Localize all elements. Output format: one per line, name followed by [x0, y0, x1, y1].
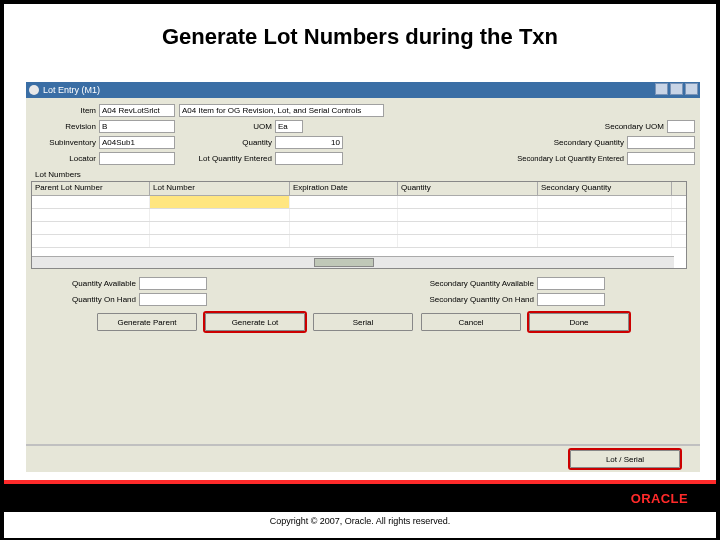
- lot-entry-window: Lot Entry (M1) Item A04 RevLotSrlct A04 …: [26, 82, 700, 472]
- sec-uom-label: Secondary UOM: [537, 122, 667, 131]
- done-button[interactable]: Done: [529, 313, 629, 331]
- col-exp-date[interactable]: Expiration Date: [290, 182, 398, 195]
- table-row[interactable]: [32, 222, 686, 235]
- sec-qty-avail-field: [537, 277, 605, 290]
- oracle-logo: ORACLE: [631, 491, 688, 506]
- qty-avail-label: Quantity Available: [31, 279, 139, 288]
- slide-footer: ORACLE Copyright © 2007, Oracle. All rig…: [4, 480, 716, 532]
- slide-title: Generate Lot Numbers during the Txn: [4, 24, 716, 50]
- lot-numbers-header: Lot Numbers: [35, 170, 695, 179]
- sec-lot-qty-entered-label: Secondary Lot Quantity Entered: [467, 154, 627, 163]
- item-desc-field: A04 Item for OG Revision, Lot, and Seria…: [179, 104, 384, 117]
- item-field[interactable]: A04 RevLotSrlct: [99, 104, 175, 117]
- revision-field[interactable]: B: [99, 120, 175, 133]
- locator-field[interactable]: [99, 152, 175, 165]
- generate-lot-button[interactable]: Generate Lot: [205, 313, 305, 331]
- sub-field[interactable]: A04Sub1: [99, 136, 175, 149]
- sec-qty-field[interactable]: [627, 136, 695, 149]
- col-sec-quantity[interactable]: Secondary Quantity: [538, 182, 672, 195]
- col-parent-lot[interactable]: Parent Lot Number: [32, 182, 150, 195]
- uom-field[interactable]: Ea: [275, 120, 303, 133]
- table-row[interactable]: [32, 235, 686, 248]
- sub-label: Subinventory: [31, 138, 99, 147]
- generate-parent-button[interactable]: Generate Parent: [97, 313, 197, 331]
- sec-qty-avail-label: Secondary Quantity Available: [377, 279, 537, 288]
- table-row[interactable]: [32, 196, 686, 209]
- uom-label: UOM: [179, 122, 275, 131]
- item-label: Item: [31, 106, 99, 115]
- lot-qty-entered-label: Lot Quantity Entered: [179, 154, 275, 163]
- qty-onhand-field: [139, 293, 207, 306]
- sec-lot-qty-entered-field: [627, 152, 695, 165]
- lot-grid: Parent Lot Number Lot Number Expiration …: [31, 181, 687, 269]
- cancel-button[interactable]: Cancel: [421, 313, 521, 331]
- sec-uom-field[interactable]: [667, 120, 695, 133]
- maximize-icon[interactable]: [670, 83, 683, 95]
- locator-label: Locator: [31, 154, 99, 163]
- window-icon: [29, 85, 39, 95]
- serial-button[interactable]: Serial: [313, 313, 413, 331]
- lot-qty-entered-field: [275, 152, 343, 165]
- qty-avail-field: [139, 277, 207, 290]
- quantity-summary: Quantity Available Secondary Quantity Av…: [31, 275, 695, 307]
- window-titlebar: Lot Entry (M1): [26, 82, 700, 98]
- col-lot-number[interactable]: Lot Number: [150, 182, 290, 195]
- col-quantity[interactable]: Quantity: [398, 182, 538, 195]
- close-icon[interactable]: [685, 83, 698, 95]
- sec-qty-onhand-field: [537, 293, 605, 306]
- sec-qty-label: Secondary Quantity: [497, 138, 627, 147]
- window-title: Lot Entry (M1): [43, 85, 100, 95]
- table-row[interactable]: [32, 209, 686, 222]
- minimize-icon[interactable]: [655, 83, 668, 95]
- grid-scrollbar[interactable]: [32, 256, 674, 268]
- revision-label: Revision: [31, 122, 99, 131]
- qty-onhand-label: Quantity On Hand: [31, 295, 139, 304]
- copyright: Copyright © 2007, Oracle. All rights res…: [4, 512, 716, 526]
- lot-serial-button[interactable]: Lot / Serial: [570, 450, 680, 468]
- sec-qty-onhand-label: Secondary Quantity On Hand: [377, 295, 537, 304]
- qty-label: Quantity: [179, 138, 275, 147]
- form-body: Item A04 RevLotSrlct A04 Item for OG Rev…: [26, 98, 700, 472]
- lower-toolbar: Lot / Serial: [26, 444, 700, 472]
- qty-field[interactable]: 10: [275, 136, 343, 149]
